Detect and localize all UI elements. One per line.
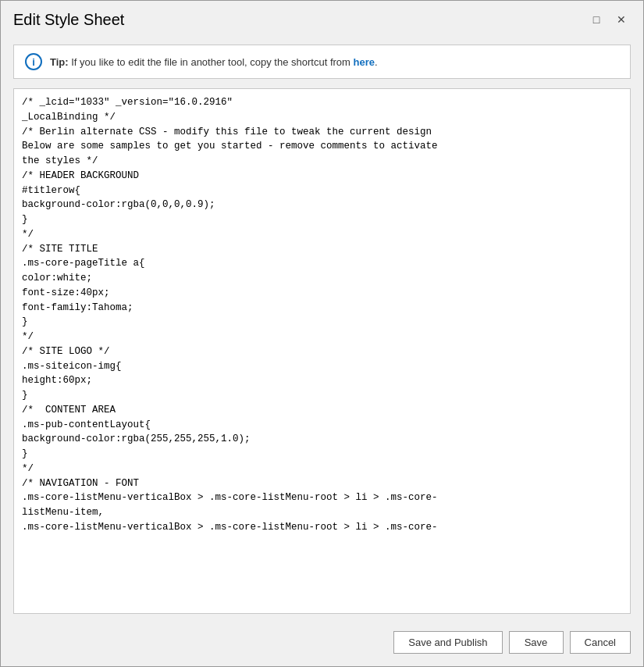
tip-text: Tip: If you like to edit the file in ano… [50,56,378,68]
close-button[interactable]: ✕ [612,10,631,29]
dialog-controls: □ ✕ [587,10,631,29]
tip-period: . [375,56,378,68]
dialog-titlebar: Edit Style Sheet □ ✕ [1,1,643,35]
cancel-button[interactable]: Cancel [570,631,631,654]
tip-bar: i Tip: If you like to edit the file in a… [13,45,631,79]
tip-content: If you like to edit the file in another … [71,56,353,68]
dialog-footer: Save and Publish Save Cancel [1,623,643,666]
dialog-title: Edit Style Sheet [13,11,124,29]
tip-label: Tip: [50,56,69,68]
save-button[interactable]: Save [509,631,564,654]
code-editor-wrapper [13,88,631,614]
dialog-body: i Tip: If you like to edit the file in a… [1,35,643,623]
code-editor[interactable] [14,89,630,613]
tip-link[interactable]: here [354,56,375,68]
info-icon: i [25,53,42,70]
maximize-button[interactable]: □ [587,10,606,29]
edit-style-sheet-dialog: Edit Style Sheet □ ✕ i Tip: If you like … [0,0,644,667]
save-publish-button[interactable]: Save and Publish [393,631,502,654]
